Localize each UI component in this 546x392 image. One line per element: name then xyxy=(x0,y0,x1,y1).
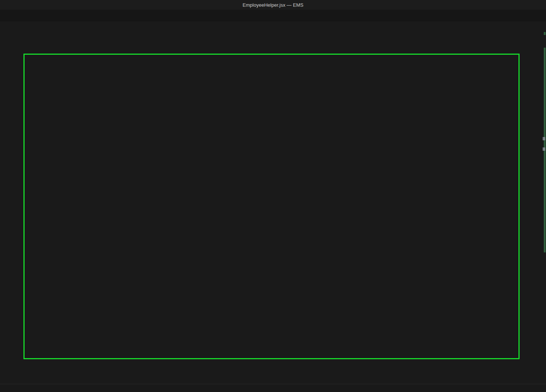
close-window-button[interactable] xyxy=(4,3,8,7)
status-bar xyxy=(0,384,546,392)
editor-actions xyxy=(536,10,546,21)
maximize-window-button[interactable] xyxy=(19,3,23,7)
overview-ruler-mark xyxy=(544,32,546,35)
editor-window: EmployeeHelper.jsx — EMS xyxy=(0,0,546,392)
traffic-lights xyxy=(0,3,23,7)
overview-ruler-fold-mark xyxy=(543,137,545,140)
titlebar: EmployeeHelper.jsx — EMS xyxy=(0,0,546,10)
code-editor[interactable] xyxy=(0,30,546,384)
breadcrumb xyxy=(0,21,546,30)
tab-bar xyxy=(0,10,546,21)
overview-ruler-fold-mark xyxy=(543,147,545,151)
window-title: EmployeeHelper.jsx — EMS xyxy=(0,2,546,8)
minimize-window-button[interactable] xyxy=(11,3,16,7)
